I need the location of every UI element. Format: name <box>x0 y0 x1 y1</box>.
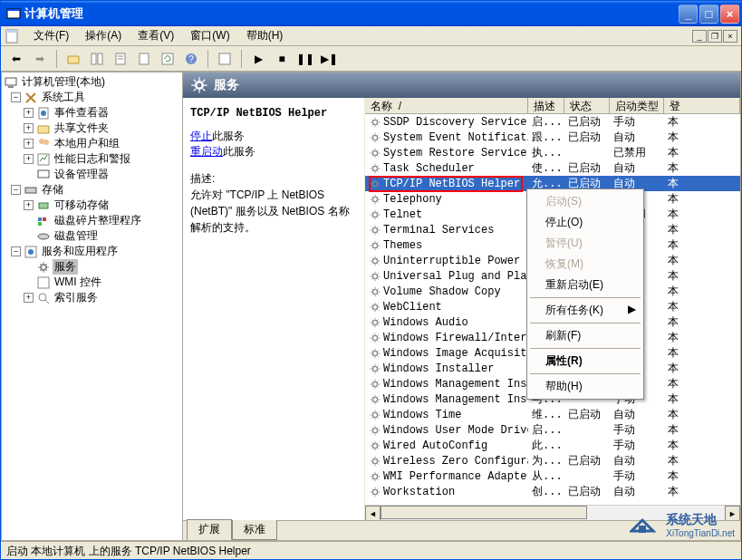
service-row[interactable]: Windows Time维...已启动自动本 <box>365 407 740 422</box>
scroll-right-button[interactable]: ► <box>725 506 740 520</box>
tree-toggle[interactable]: − <box>11 92 21 102</box>
svg-point-43 <box>372 243 377 247</box>
tree-device-mgr[interactable]: 设备管理器 <box>53 167 111 182</box>
scroll-left-button[interactable]: ◄ <box>365 506 381 520</box>
service-row[interactable]: Windows User Mode Driver...启...手动本 <box>365 422 740 438</box>
tree-toggle[interactable]: + <box>24 123 34 133</box>
svg-rect-31 <box>38 277 49 288</box>
tree-perf-logs[interactable]: 性能日志和警报 <box>53 151 132 167</box>
export-button[interactable] <box>134 49 154 69</box>
pause-button[interactable]: ❚❚ <box>295 49 315 69</box>
tree-disk-mgmt[interactable]: 磁盘管理 <box>53 228 100 244</box>
mdi-restore-button[interactable]: ❐ <box>708 30 722 43</box>
col-name[interactable]: 名称 / <box>365 98 528 113</box>
col-desc[interactable]: 描述 <box>528 98 564 113</box>
tab-extended[interactable]: 扩展 <box>187 519 232 540</box>
tree-shared-folders[interactable]: 共享文件夹 <box>53 121 111 136</box>
help-button[interactable]: ? <box>181 49 201 69</box>
scroll-thumb[interactable] <box>381 506 587 519</box>
mdi-close-button[interactable]: × <box>723 30 737 43</box>
tabs: 扩展 标准 <box>183 520 740 540</box>
service-row[interactable]: Task Scheduler使...已启动自动本 <box>365 160 740 176</box>
tree-storage[interactable]: 存储 <box>40 182 65 198</box>
menu-help[interactable]: 帮助(H) <box>239 26 291 45</box>
svg-point-35 <box>372 120 377 124</box>
svg-rect-10 <box>162 53 173 64</box>
menu-window[interactable]: 窗口(W) <box>183 26 236 45</box>
tree-indexing[interactable]: 索引服务 <box>53 290 100 305</box>
tree-toggle[interactable]: − <box>11 246 21 256</box>
restart-link[interactable]: 重启动 <box>190 145 223 158</box>
tree-toggle[interactable]: + <box>24 200 34 210</box>
titlebar[interactable]: 计算机管理 _ □ × <box>1 1 741 26</box>
col-status[interactable]: 状态 <box>564 98 610 113</box>
ctx-start: 启动(S) <box>529 191 641 212</box>
mdi-minimize-button[interactable]: _ <box>692 30 707 43</box>
play-button[interactable]: ▶ <box>248 49 268 69</box>
tree-wmi[interactable]: WMI 控件 <box>53 275 103 290</box>
service-row[interactable]: Workstation创...已启动自动本 <box>365 484 740 499</box>
tree-local-users[interactable]: 本地用户和组 <box>53 136 121 151</box>
tree-toggle[interactable]: + <box>24 154 34 164</box>
minimize-button[interactable]: _ <box>679 5 698 24</box>
service-row[interactable]: WMI Performance Adapter从...手动本 <box>365 468 740 484</box>
service-row[interactable]: System Event Notification跟...已启动自动本 <box>365 130 740 145</box>
svg-point-27 <box>38 234 49 239</box>
restart-button[interactable]: ▶❚ <box>319 49 339 69</box>
col-logon[interactable]: 登 <box>664 98 740 113</box>
stop-link[interactable]: 停止 <box>190 130 212 142</box>
tree-event-viewer[interactable]: 事件查看器 <box>53 105 111 121</box>
ctx-restart[interactable]: 重新启动(E) <box>529 275 641 295</box>
svg-point-39 <box>372 181 377 186</box>
svg-point-52 <box>372 381 377 386</box>
computer-icon <box>4 75 18 90</box>
tree-defrag[interactable]: 磁盘碎片整理程序 <box>53 213 143 228</box>
svg-point-46 <box>372 289 377 294</box>
tree-toggle[interactable]: + <box>24 108 34 118</box>
services-header: 服务 <box>183 72 740 98</box>
show-hide-button[interactable] <box>87 49 107 69</box>
svg-rect-22 <box>25 188 36 193</box>
ctx-stop[interactable]: 停止(O) <box>529 212 641 233</box>
tab-standard[interactable]: 标准 <box>232 520 277 540</box>
tree-toggle[interactable]: − <box>11 185 21 195</box>
forward-button[interactable]: ➡ <box>30 49 50 69</box>
maximize-button[interactable]: □ <box>699 5 718 24</box>
tree-removable[interactable]: 可移动存储 <box>53 198 111 213</box>
menu-action[interactable]: 操作(A) <box>78 26 129 45</box>
menu-file[interactable]: 文件(F) <box>26 26 76 45</box>
svg-rect-21 <box>38 170 49 178</box>
horizontal-scrollbar[interactable]: ◄ ► <box>365 505 740 520</box>
properties-button[interactable] <box>111 49 130 69</box>
views-button[interactable] <box>215 49 235 69</box>
close-button[interactable]: × <box>720 5 739 24</box>
service-row[interactable]: Wireless Zero Configuration为...已启动自动本 <box>365 453 740 468</box>
ctx-resume: 恢复(M) <box>529 254 641 275</box>
tree-toggle[interactable]: + <box>24 139 34 149</box>
ctx-help[interactable]: 帮助(H) <box>529 376 641 397</box>
ctx-all-tasks[interactable]: 所有任务(K)▶ <box>529 300 641 321</box>
tree-root[interactable]: 计算机管理(本地) <box>20 74 107 90</box>
tree-sys-tools[interactable]: 系统工具 <box>40 90 87 105</box>
context-menu: 启动(S) 停止(O) 暂停(U) 恢复(M) 重新启动(E) 所有任务(K)▶… <box>526 188 644 400</box>
tree-services[interactable]: 服务 <box>53 259 78 275</box>
service-row[interactable]: Wired AutoConfig此...手动本 <box>365 438 740 453</box>
col-startup[interactable]: 启动类型 <box>610 98 664 113</box>
tree-services-apps[interactable]: 服务和应用程序 <box>40 244 120 259</box>
service-row[interactable]: System Restore Service执...已禁用本 <box>365 145 740 160</box>
stop-button[interactable]: ■ <box>272 49 292 69</box>
gear-icon <box>190 76 208 94</box>
header-title: 服务 <box>214 77 239 93</box>
tree-pane[interactable]: 计算机管理(本地) −系统工具 +事件查看器 +共享文件夹 +本地用户和组 +性… <box>2 72 183 540</box>
service-row[interactable]: SSDP Discovery Service启...已启动手动本 <box>365 114 740 130</box>
ctx-properties[interactable]: 属性(R) <box>529 351 641 372</box>
back-button[interactable]: ⬅ <box>6 49 26 69</box>
tree-toggle[interactable]: + <box>24 293 34 303</box>
right-pane: 服务 TCP/IP NetBIOS Helper 停止此服务 重启动此服务 描述… <box>183 72 740 540</box>
ctx-refresh[interactable]: 刷新(F) <box>529 325 641 346</box>
toolbar: ⬅ ➡ ? ▶ ■ ❚❚ ▶❚ <box>1 46 741 72</box>
desc-text: 允许对 "TCP/IP 上 NetBIOS (NetBT)" 服务以及 NetB… <box>190 188 350 234</box>
menu-view[interactable]: 查看(V) <box>130 26 181 45</box>
up-button[interactable] <box>63 49 83 69</box>
refresh-button[interactable] <box>158 49 178 69</box>
